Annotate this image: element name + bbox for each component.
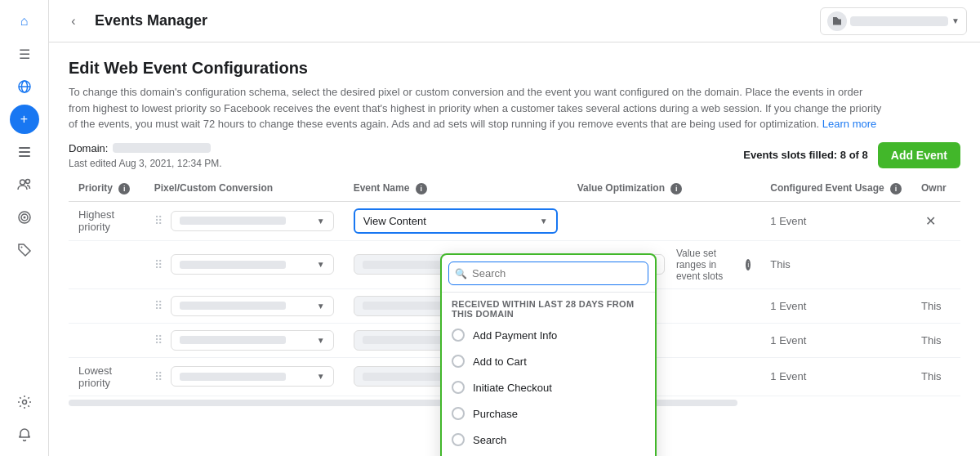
last-edited: Last edited Aug 3, 2021, 12:34 PM. bbox=[69, 158, 221, 169]
priority-info-icon[interactable]: i bbox=[118, 183, 130, 194]
col-event-name: Event Name i bbox=[344, 176, 568, 202]
menu-icon[interactable]: ☰ bbox=[10, 39, 39, 69]
value-opt-info-icon[interactable]: i bbox=[670, 183, 682, 194]
event-name-info-icon[interactable]: i bbox=[416, 183, 427, 194]
priority-cell-4 bbox=[69, 323, 145, 357]
pixel-select-value-3 bbox=[180, 302, 286, 310]
target-icon[interactable] bbox=[10, 203, 39, 232]
dropdown-item-add-to-cart[interactable]: Add to Cart bbox=[442, 348, 655, 374]
value-hint-text: Value set ranges in event slots bbox=[676, 248, 736, 282]
configured-cell-4: 1 Event bbox=[760, 323, 911, 357]
configured-info-icon[interactable]: i bbox=[890, 183, 902, 194]
svg-rect-5 bbox=[19, 155, 30, 157]
svg-point-11 bbox=[20, 247, 22, 248]
configured-cell-2: This bbox=[760, 240, 911, 288]
slots-label: Events slots filled: 8 of 8 bbox=[743, 149, 867, 161]
drag-handle-icon[interactable]: ⠿ bbox=[154, 214, 163, 227]
slots-row: Events slots filled: 8 of 8 Add Event bbox=[743, 142, 960, 168]
edit-title: Edit Web Event Configurations bbox=[69, 59, 960, 78]
svg-rect-4 bbox=[19, 151, 30, 153]
configured-cell: 1 Event bbox=[760, 201, 911, 240]
pixel-select[interactable]: ▼ bbox=[171, 211, 334, 231]
pixel-select-5[interactable]: ▼ bbox=[171, 366, 334, 387]
add-event-button[interactable]: Add Event bbox=[878, 142, 960, 168]
home-icon[interactable]: ⌂ bbox=[10, 7, 39, 36]
col-owner: Ownr bbox=[911, 176, 960, 202]
settings-icon[interactable] bbox=[10, 387, 39, 417]
svg-point-6 bbox=[20, 180, 24, 185]
account-name-bar bbox=[850, 16, 948, 26]
chevron-down-icon: ▼ bbox=[951, 16, 960, 25]
add-icon[interactable]: + bbox=[10, 105, 39, 134]
owner-cell: ✕ bbox=[911, 201, 960, 240]
tag-icon[interactable] bbox=[10, 235, 39, 265]
pixel-select-value-5 bbox=[180, 373, 286, 381]
dropdown-item-search[interactable]: Search bbox=[442, 427, 655, 453]
dropdown-group-label: Received within last 28 days from this d… bbox=[442, 293, 655, 322]
drag-handle-icon[interactable]: ⠿ bbox=[154, 258, 163, 271]
pixel-select-value bbox=[180, 217, 286, 225]
col-pixel: Pixel/Custom Conversion bbox=[145, 176, 344, 202]
dropdown-item-add-payment-info[interactable]: Add Payment Info bbox=[442, 322, 655, 348]
pixel-select-value-4 bbox=[180, 336, 286, 344]
back-button[interactable]: ‹ bbox=[62, 10, 85, 33]
svg-rect-3 bbox=[19, 147, 30, 149]
list-icon[interactable] bbox=[10, 137, 39, 167]
drag-handle-icon[interactable]: ⠿ bbox=[154, 299, 163, 312]
owner-cell-3: This bbox=[911, 288, 960, 323]
radio-purchase bbox=[452, 407, 465, 420]
value-hint-info-icon[interactable]: i bbox=[746, 259, 751, 270]
remove-row-button[interactable]: ✕ bbox=[921, 211, 941, 230]
priority-cell-5: Lowest priority bbox=[69, 357, 145, 396]
svg-point-7 bbox=[25, 180, 29, 184]
pixel-select-4[interactable]: ▼ bbox=[171, 330, 334, 351]
domain-block: Domain: Last edited Aug 3, 2021, 12:34 P… bbox=[69, 142, 221, 169]
pixel-cell-3: ⠿ ▼ bbox=[145, 288, 344, 323]
owner-cell-4: This bbox=[911, 323, 960, 357]
radio-add-payment-info bbox=[452, 329, 465, 342]
dropdown-search-input[interactable] bbox=[448, 262, 648, 285]
pixel-select-value-2 bbox=[180, 261, 286, 269]
col-priority: Priority i bbox=[69, 176, 145, 202]
domain-value bbox=[113, 143, 211, 153]
dropdown-item-initiate-checkout[interactable]: Initiate Checkout bbox=[442, 374, 655, 400]
search-mag-icon: 🔍 bbox=[455, 268, 467, 279]
globe-icon[interactable] bbox=[10, 72, 39, 101]
radio-search bbox=[452, 433, 465, 446]
topbar-right: ▼ bbox=[820, 7, 967, 35]
table-row: Highest priority ⠿ ▼ bbox=[69, 201, 960, 240]
bell-icon[interactable] bbox=[10, 420, 39, 449]
sidebar: ⌂ ☰ + bbox=[0, 0, 49, 456]
event-name-select-open[interactable]: View Content ▼ bbox=[354, 208, 558, 234]
value-opt-cell bbox=[568, 201, 761, 240]
meta-row: Domain: Last edited Aug 3, 2021, 12:34 P… bbox=[69, 142, 960, 169]
configured-cell-5: 1 Event bbox=[760, 357, 911, 396]
owner-cell-5: This bbox=[911, 357, 960, 396]
pixel-cell-2: ⠿ ▼ bbox=[145, 240, 344, 288]
svg-point-10 bbox=[23, 217, 25, 219]
pixel-select-2[interactable]: ▼ bbox=[171, 254, 334, 275]
people-icon[interactable] bbox=[10, 170, 39, 199]
select-chevron-icon: ▼ bbox=[317, 336, 325, 345]
drag-handle-icon[interactable]: ⠿ bbox=[154, 333, 163, 346]
owner-cell-2 bbox=[911, 240, 960, 288]
account-icon bbox=[827, 11, 847, 31]
svg-point-12 bbox=[22, 400, 26, 405]
priority-cell: Highest priority bbox=[69, 201, 145, 240]
select-chevron-icon: ▼ bbox=[317, 260, 325, 269]
col-value-opt: Value Optimization i bbox=[568, 176, 761, 202]
drag-handle-icon[interactable]: ⠿ bbox=[154, 370, 163, 383]
pixel-cell-5: ⠿ ▼ bbox=[145, 357, 344, 396]
event-name-dropdown: 🔍 Received within last 28 days from this… bbox=[440, 253, 657, 456]
dropdown-item-subscribe[interactable]: Subscribe bbox=[442, 453, 655, 456]
pixel-cell-4: ⠿ ▼ bbox=[145, 323, 344, 357]
select-chevron-icon: ▼ bbox=[317, 372, 325, 381]
content-area: Edit Web Event Configurations To change … bbox=[49, 42, 980, 456]
learn-more-link[interactable]: Learn more bbox=[822, 118, 876, 130]
dropdown-item-purchase[interactable]: Purchase bbox=[442, 400, 655, 427]
account-selector[interactable]: ▼ bbox=[820, 7, 967, 35]
domain-label: Domain: bbox=[69, 142, 221, 154]
pixel-select-3[interactable]: ▼ bbox=[171, 296, 334, 316]
event-name-cell: View Content ▼ bbox=[344, 201, 568, 240]
radio-add-to-cart bbox=[452, 355, 465, 368]
